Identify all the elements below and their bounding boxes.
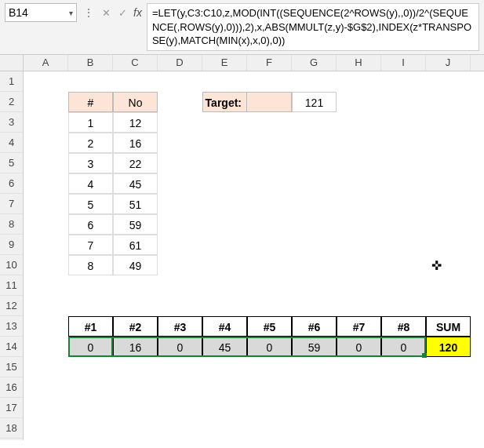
table1-cell[interactable]: 16 xyxy=(113,133,158,153)
row-header[interactable]: 11 xyxy=(0,275,23,296)
row-header[interactable]: 6 xyxy=(0,173,23,194)
table2-header-sum[interactable]: SUM xyxy=(426,316,471,337)
formula-buttons: ⋮ ✕ ✓ fx xyxy=(82,3,142,22)
table2-header[interactable]: #5 xyxy=(247,316,292,337)
row-header[interactable]: 14 xyxy=(0,337,23,357)
table1-cell[interactable]: 12 xyxy=(113,112,158,133)
table1-header-index[interactable]: # xyxy=(68,92,113,112)
chevron-down-icon[interactable]: ▾ xyxy=(69,9,73,17)
col-header[interactable]: E xyxy=(202,55,247,71)
row-header[interactable]: 15 xyxy=(0,357,23,377)
col-header[interactable]: B xyxy=(68,55,113,71)
table1-cell[interactable]: 51 xyxy=(113,194,158,214)
table1-cell[interactable]: 5 xyxy=(68,194,113,214)
table2-sum-cell[interactable]: 120 xyxy=(426,337,471,357)
table1-cell[interactable]: 2 xyxy=(68,133,113,153)
formula-input[interactable]: =LET(y,C3:C10,z,MOD(INT((SEQUENCE(2^ROWS… xyxy=(147,3,479,51)
table2-header[interactable]: #6 xyxy=(292,316,337,337)
col-header[interactable]: H xyxy=(337,55,381,71)
row-header[interactable]: 1 xyxy=(0,71,23,92)
target-value[interactable]: 121 xyxy=(292,92,337,112)
row-header[interactable]: 2 xyxy=(0,92,23,112)
table1-cell[interactable]: 4 xyxy=(68,173,113,194)
cancel-icon[interactable]: ✕ xyxy=(100,7,112,19)
table2-cell[interactable]: 45 xyxy=(202,337,247,357)
col-header[interactable]: A xyxy=(24,55,68,71)
row-headers: 1 2 3 4 5 6 7 8 9 10 11 12 13 14 15 16 1… xyxy=(0,71,24,440)
table2-header[interactable]: #4 xyxy=(202,316,247,337)
table1-cell[interactable]: 45 xyxy=(113,173,158,194)
col-header[interactable]: F xyxy=(247,55,292,71)
row-header[interactable]: 17 xyxy=(0,398,23,418)
table1-cell[interactable]: 22 xyxy=(113,153,158,173)
table2-header[interactable]: #1 xyxy=(68,316,113,337)
col-header[interactable]: C xyxy=(113,55,158,71)
select-all-corner[interactable] xyxy=(0,55,24,71)
row-header[interactable]: 16 xyxy=(0,377,23,398)
table1-cell[interactable]: 6 xyxy=(68,214,113,235)
table1-cell[interactable]: 1 xyxy=(68,112,113,133)
table2-cell[interactable]: 0 xyxy=(381,337,426,357)
table1-cell[interactable]: 49 xyxy=(113,255,158,275)
row-header[interactable]: 7 xyxy=(0,194,23,214)
col-header[interactable]: I xyxy=(381,55,426,71)
table2-cell[interactable]: 0 xyxy=(68,337,113,357)
row-header[interactable]: 12 xyxy=(0,296,23,316)
table1-cell[interactable]: 3 xyxy=(68,153,113,173)
target-label[interactable]: Target: xyxy=(202,92,247,112)
row-header[interactable]: 3 xyxy=(0,112,23,133)
table1-cell[interactable]: 61 xyxy=(113,235,158,255)
name-box[interactable]: B14 ▾ xyxy=(5,3,77,22)
col-header[interactable]: D xyxy=(158,55,202,71)
row-header[interactable]: 13 xyxy=(0,316,23,337)
row-header[interactable]: 10 xyxy=(0,255,23,275)
table1-cell[interactable]: 59 xyxy=(113,214,158,235)
fx-icon[interactable]: fx xyxy=(133,6,142,19)
table2-cell[interactable]: 59 xyxy=(292,337,337,357)
col-header[interactable]: G xyxy=(292,55,337,71)
table2-header[interactable]: #3 xyxy=(158,316,202,337)
row-header[interactable]: 5 xyxy=(0,153,23,173)
table2-cell[interactable]: 0 xyxy=(158,337,202,357)
table2-cell[interactable]: 16 xyxy=(113,337,158,357)
table2-cell[interactable]: 0 xyxy=(247,337,292,357)
table2-header[interactable]: #2 xyxy=(113,316,158,337)
table1-cell[interactable]: 8 xyxy=(68,255,113,275)
vdots-icon: ⋮ xyxy=(82,6,96,19)
target-label-ext[interactable] xyxy=(247,92,292,112)
column-headers: A B C D E F G H I J xyxy=(0,55,484,71)
formula-bar: B14 ▾ ⋮ ✕ ✓ fx =LET(y,C3:C10,z,MOD(INT((… xyxy=(0,0,484,55)
cells-area[interactable]: # No 1 12 2 16 3 22 4 45 5 51 6 59 7 61 … xyxy=(24,71,471,440)
row-header[interactable]: 8 xyxy=(0,214,23,235)
table2-header[interactable]: #8 xyxy=(381,316,426,337)
table1-cell[interactable]: 7 xyxy=(68,235,113,255)
table2-header[interactable]: #7 xyxy=(337,316,381,337)
row-header[interactable]: 9 xyxy=(0,235,23,255)
table2-cell[interactable]: 0 xyxy=(337,337,381,357)
col-header[interactable]: J xyxy=(426,55,471,71)
name-box-value: B14 xyxy=(9,6,28,19)
cursor-cross-icon: ✜ xyxy=(431,258,442,273)
row-header[interactable]: 18 xyxy=(0,418,23,439)
table1-header-no[interactable]: No xyxy=(113,92,158,112)
check-icon[interactable]: ✓ xyxy=(117,7,129,19)
row-header[interactable]: 4 xyxy=(0,133,23,153)
